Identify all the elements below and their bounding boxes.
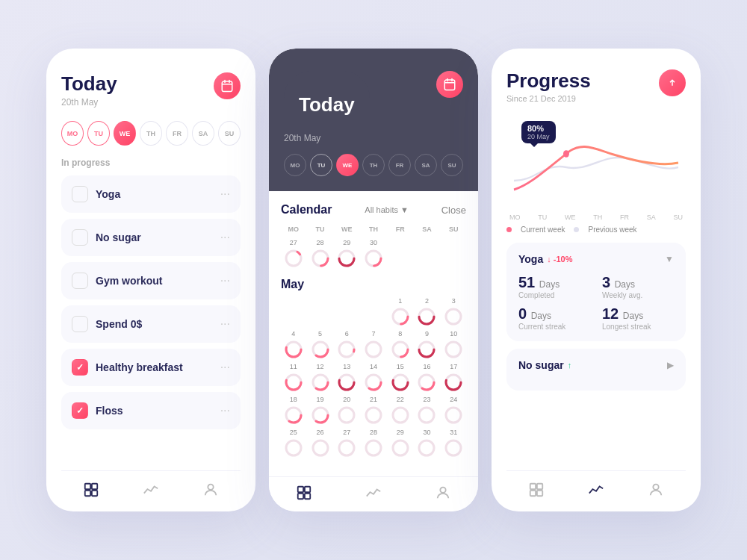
no-sugar-menu[interactable]: ···	[220, 231, 230, 244]
left-day-pills: MO TU WE TH FR SA SU	[61, 121, 241, 146]
spend-check[interactable]	[72, 316, 88, 332]
cal-cell-12[interactable]: 12	[308, 363, 333, 393]
right-icon-button[interactable]	[659, 69, 686, 96]
cal-cell-30[interactable]: 30	[361, 239, 386, 269]
cal-cell-3[interactable]: 3	[441, 297, 466, 327]
cal-cell-16[interactable]: 16	[415, 363, 440, 393]
habit-yoga[interactable]: Yoga ···	[61, 175, 241, 213]
habit-gym[interactable]: Gym workout ···	[61, 262, 241, 299]
gym-check[interactable]	[72, 273, 88, 289]
cal-cell-25[interactable]: 25	[281, 429, 306, 458]
cal-cell-4[interactable]: 4	[281, 330, 306, 360]
cal-cell-18[interactable]: 18	[281, 396, 306, 426]
nav-profile[interactable]	[202, 482, 219, 498]
cal-cell-11[interactable]: 11	[281, 363, 306, 393]
mid-nav-progress[interactable]	[365, 485, 382, 501]
mid-day-tu[interactable]: TU	[310, 154, 332, 176]
cal-cell-15[interactable]: 15	[388, 363, 413, 393]
mid-day-th[interactable]: TH	[362, 154, 385, 176]
tooltip-date: 20 May	[527, 133, 550, 140]
breakfast-menu[interactable]: ···	[220, 361, 230, 374]
breakfast-check[interactable]	[72, 359, 88, 376]
cal-cell-19[interactable]: 19	[308, 396, 333, 426]
legend-prev-label: Previous week	[588, 225, 636, 234]
habit-no-sugar[interactable]: No sugar ···	[61, 219, 241, 256]
cal-cell-29b[interactable]: 29	[388, 429, 413, 458]
no-sugar-check[interactable]	[72, 229, 88, 246]
mid-day-sa[interactable]: SA	[415, 154, 437, 176]
calendar-button[interactable]	[214, 72, 241, 99]
svg-rect-5	[92, 484, 97, 489]
nav-progress[interactable]	[143, 482, 159, 498]
cal-cell-24[interactable]: 24	[441, 396, 466, 426]
habit-breakfast[interactable]: Healthy breakfast ···	[61, 349, 241, 386]
mid-day-fr[interactable]: FR	[388, 154, 411, 176]
cal-hdr-tu: TU	[308, 224, 333, 236]
svg-point-8	[208, 485, 213, 490]
cal-cell-29[interactable]: 29	[334, 239, 359, 269]
cal-cell-10[interactable]: 10	[441, 330, 466, 360]
right-nav-profile[interactable]	[648, 482, 664, 498]
cal-cell-23[interactable]: 23	[415, 396, 440, 426]
svg-rect-71	[305, 494, 310, 499]
cal-cell-27b[interactable]: 27	[334, 429, 359, 458]
svg-point-64	[366, 441, 381, 455]
day-su[interactable]: SU	[218, 121, 241, 146]
day-fr[interactable]: FR	[166, 121, 188, 146]
cal-cell-28b[interactable]: 28	[361, 429, 386, 458]
yoga-card-header: Yoga ↓ -10% ▼	[518, 253, 674, 265]
cal-hdr-su: SU	[441, 224, 466, 236]
day-mo[interactable]: MO	[61, 121, 84, 146]
cal-cell-13[interactable]: 13	[334, 363, 359, 393]
day-tu[interactable]: TU	[87, 121, 110, 146]
habit-spend[interactable]: Spend 0$ ···	[61, 305, 241, 343]
cal-cell-21[interactable]: 21	[361, 396, 386, 426]
mid-day-mo[interactable]: MO	[284, 154, 306, 176]
cal-cell-27[interactable]: 27	[281, 239, 306, 269]
cal-cell-22[interactable]: 22	[388, 396, 413, 426]
mid-nav-tasks[interactable]	[296, 485, 312, 501]
cal-e2	[308, 297, 333, 327]
right-nav-tasks[interactable]	[528, 482, 545, 498]
cal-cell-7[interactable]: 7	[361, 330, 386, 360]
mid-day-we[interactable]: WE	[336, 154, 359, 176]
cal-cell-31[interactable]: 31	[441, 429, 466, 458]
cal-cell-26[interactable]: 26	[308, 429, 333, 458]
right-nav-progress[interactable]	[588, 482, 604, 498]
cal-cell-1[interactable]: 1	[388, 297, 413, 327]
cal-cell-30b[interactable]: 30	[415, 429, 440, 458]
habit-floss[interactable]: Floss ···	[61, 392, 241, 429]
floss-check[interactable]	[72, 402, 88, 419]
svg-point-62	[313, 441, 328, 455]
cal-cell-6[interactable]: 6	[334, 330, 359, 360]
right-title-block: Progress Since 21 Dec 2019	[506, 69, 591, 103]
cal-filter[interactable]: All habits ▼	[365, 205, 409, 214]
cal-cell-28[interactable]: 28	[308, 239, 333, 269]
cal-cell-9[interactable]: 9	[415, 330, 440, 360]
cal-cell-14[interactable]: 14	[361, 363, 386, 393]
floss-menu[interactable]: ···	[220, 404, 230, 417]
cal-cell-17[interactable]: 17	[441, 363, 466, 393]
spend-menu[interactable]: ···	[220, 317, 230, 331]
breakfast-name: Healthy breakfast	[96, 361, 213, 373]
cal-cell-5[interactable]: 5	[308, 330, 333, 360]
day-sa[interactable]: SA	[192, 121, 214, 146]
cal-close[interactable]: Close	[441, 205, 466, 216]
cal-cell-8[interactable]: 8	[388, 330, 413, 360]
yoga-expand[interactable]: ▼	[665, 254, 674, 264]
mid-day-su[interactable]: SU	[441, 154, 463, 176]
gym-menu[interactable]: ···	[220, 274, 230, 287]
no-sugar-expand[interactable]: ▶	[667, 360, 674, 370]
mid-nav-profile[interactable]	[435, 485, 451, 501]
day-we[interactable]: WE	[114, 121, 136, 146]
svg-point-60	[446, 408, 461, 423]
nav-tasks[interactable]	[83, 482, 99, 498]
mid-calendar-button[interactable]	[436, 71, 463, 98]
yoga-card-title: Yoga ↓ -10%	[518, 253, 572, 265]
yoga-check[interactable]	[72, 186, 88, 202]
cal-cell-20[interactable]: 20	[334, 396, 359, 426]
cal-cell-2[interactable]: 2	[415, 297, 440, 327]
middle-phone: Today 20th May MO TU WE TH FR SA SU Cale…	[269, 49, 478, 511]
day-th[interactable]: TH	[140, 121, 162, 146]
yoga-menu[interactable]: ···	[220, 187, 230, 201]
